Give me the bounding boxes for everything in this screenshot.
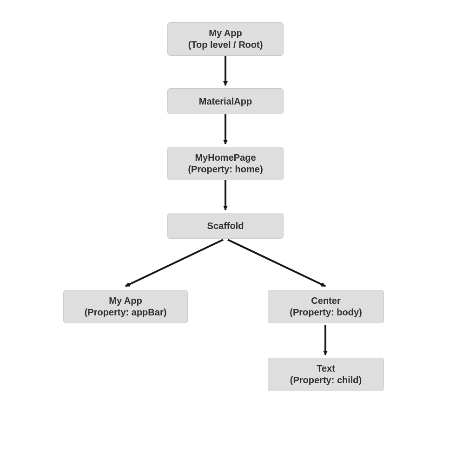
node-center-line1: Center: [311, 295, 340, 307]
node-material-line1: MaterialApp: [199, 96, 252, 107]
node-scaffold-line1: Scaffold: [207, 220, 244, 232]
node-center-line2: (Property: body): [290, 307, 362, 318]
node-root-line1: My App: [209, 27, 242, 39]
node-text: Text (Property: child): [268, 358, 384, 391]
edge-scaffold-center: [228, 240, 325, 286]
node-text-line1: Text: [317, 363, 335, 374]
node-scaffold: Scaffold: [167, 213, 284, 239]
node-root: My App (Top level / Root): [167, 22, 284, 56]
node-home: MyHomePage (Property: home): [167, 147, 284, 180]
node-appbar: My App (Property: appBar): [63, 290, 188, 323]
node-text-line2: (Property: child): [290, 374, 362, 386]
node-home-line2: (Property: home): [188, 164, 263, 175]
node-material: MaterialApp: [167, 88, 284, 114]
node-center: Center (Property: body): [268, 290, 384, 323]
edge-scaffold-appbar: [126, 240, 223, 286]
node-appbar-line2: (Property: appBar): [85, 307, 167, 318]
node-home-line1: MyHomePage: [195, 152, 256, 164]
node-appbar-line1: My App: [109, 295, 142, 307]
node-root-line2: (Top level / Root): [188, 39, 263, 51]
diagram-canvas: My App (Top level / Root) MaterialApp My…: [0, 0, 476, 452]
